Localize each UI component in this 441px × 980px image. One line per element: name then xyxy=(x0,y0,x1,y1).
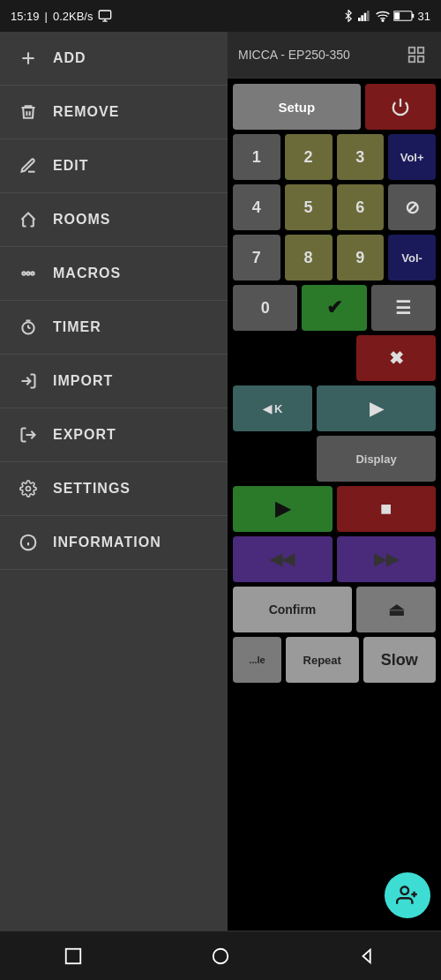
status-bar: 15:19 | 0.2KB/s xyxy=(0,0,441,32)
remote-menu-icon[interactable] xyxy=(402,41,430,69)
nav-square-button[interactable] xyxy=(56,939,91,974)
nav-back-button[interactable] xyxy=(350,939,385,974)
num0-button[interactable]: 0 xyxy=(233,285,297,331)
info-icon xyxy=(18,532,39,553)
sidebar-label-information: INFORMATION xyxy=(53,535,161,550)
signal-icon xyxy=(358,10,372,22)
export-icon xyxy=(18,424,39,445)
row-play-stop: ▶ ■ xyxy=(233,486,436,532)
stop-button[interactable]: ■ xyxy=(337,486,437,532)
sidebar-label-settings: SETTINGS xyxy=(53,481,131,497)
svg-point-36 xyxy=(400,886,408,894)
back-button[interactable]: ◀ K xyxy=(233,385,312,431)
num3-button[interactable]: 3 xyxy=(337,134,385,180)
num9-button[interactable]: 9 xyxy=(337,235,385,281)
confirm-button[interactable]: Confirm xyxy=(233,587,352,632)
sidebar-item-add[interactable]: ADD xyxy=(0,32,228,86)
status-left: 15:19 | 0.2KB/s xyxy=(11,9,112,23)
monitor-icon xyxy=(98,9,112,23)
play-teal-button[interactable]: ▶ xyxy=(317,385,436,431)
battery-label: 31 xyxy=(418,10,430,23)
remote-header: MICCA - EP250-350 xyxy=(228,32,441,79)
num8-button[interactable]: 8 xyxy=(285,235,333,281)
row-spacer-display: Display xyxy=(233,436,436,482)
sidebar-item-settings[interactable]: SETTINGS xyxy=(0,462,228,516)
svg-rect-4 xyxy=(361,15,363,21)
nav-circle-button[interactable] xyxy=(203,939,238,974)
wifi-icon xyxy=(376,10,390,22)
num4-button[interactable]: 4 xyxy=(233,184,280,230)
svg-rect-39 xyxy=(66,948,81,963)
plus-icon xyxy=(18,48,39,69)
num2-button[interactable]: 2 xyxy=(285,134,333,180)
rooms-icon xyxy=(18,209,39,230)
sidebar-item-timer[interactable]: TIMER xyxy=(0,301,228,355)
svg-rect-33 xyxy=(409,56,415,62)
play-button[interactable]: ▶ xyxy=(233,486,333,532)
remote-content: Setup 1 2 3 Vol+ 4 5 6 ⊘ xyxy=(228,79,441,931)
mute-button[interactable]: ⊘ xyxy=(388,184,436,230)
repeat-button[interactable]: Repeat xyxy=(286,637,359,683)
timer-icon xyxy=(18,317,39,338)
sidebar-item-export[interactable]: EXPORT xyxy=(0,408,228,462)
rewind-button[interactable]: ◀◀ xyxy=(233,536,333,582)
num7-button[interactable]: 7 xyxy=(233,235,280,281)
sidebar: ADD REMOVE EDIT xyxy=(0,32,228,931)
sidebar-item-remove[interactable]: REMOVE xyxy=(0,86,228,139)
svg-point-18 xyxy=(31,272,34,274)
svg-marker-41 xyxy=(363,949,370,962)
row-0-check-menu: 0 ✔ ☰ xyxy=(233,285,436,331)
menu-button[interactable]: ☰ xyxy=(371,285,436,331)
sidebar-label-import: IMPORT xyxy=(53,373,113,389)
row-confirm-eject: Confirm ⏏ xyxy=(233,587,436,632)
sidebar-item-macros[interactable]: MACROS xyxy=(0,247,228,301)
subtitle-button[interactable]: ...le xyxy=(233,637,281,683)
sidebar-item-rooms[interactable]: ROOMS xyxy=(0,193,228,247)
power-button[interactable] xyxy=(365,84,436,130)
edit-icon xyxy=(18,155,39,176)
sidebar-item-import[interactable]: IMPORT xyxy=(0,355,228,408)
num5-button[interactable]: 5 xyxy=(285,184,333,230)
spacer2 xyxy=(233,436,312,482)
close-button[interactable]: ✖ xyxy=(356,335,436,381)
back-arrow-icon xyxy=(358,946,377,966)
volplus-button[interactable]: Vol+ xyxy=(388,134,436,180)
volminus-button[interactable]: Vol- xyxy=(388,235,436,281)
spacer1 xyxy=(233,335,352,381)
battery-icon xyxy=(393,10,415,22)
ff-button[interactable]: ▶▶ xyxy=(337,536,437,582)
remote-title: MICCA - EP250-350 xyxy=(238,48,350,62)
slow-button[interactable]: Slow xyxy=(363,637,437,683)
eject-button[interactable]: ⏏ xyxy=(356,587,436,632)
network-speed-label: 0.2KB/s xyxy=(53,10,93,23)
settings-icon xyxy=(18,478,39,499)
num6-button[interactable]: 6 xyxy=(337,184,385,230)
sidebar-label-remove: REMOVE xyxy=(53,104,119,120)
network-speed: | xyxy=(45,10,48,23)
row-setup-power: Setup xyxy=(233,84,436,130)
svg-rect-31 xyxy=(409,48,415,53)
sidebar-item-information[interactable]: INFORMATION xyxy=(0,516,228,570)
svg-rect-9 xyxy=(412,14,414,19)
display-button[interactable]: Display xyxy=(317,436,436,482)
check-button[interactable]: ✔ xyxy=(302,285,366,331)
macros-icon xyxy=(18,263,39,284)
svg-rect-6 xyxy=(367,11,370,21)
num1-button[interactable]: 1 xyxy=(233,134,280,180)
time-label: 15:19 xyxy=(11,10,40,23)
row-empty-close: ✖ xyxy=(233,335,436,381)
sidebar-item-edit[interactable]: EDIT xyxy=(0,139,228,193)
remove-icon xyxy=(18,101,39,123)
svg-point-7 xyxy=(382,19,384,21)
square-icon xyxy=(64,946,83,966)
svg-rect-3 xyxy=(358,18,361,21)
row-7-8-9-volminus: 7 8 9 Vol- xyxy=(233,235,436,281)
sidebar-label-timer: TIMER xyxy=(53,319,101,335)
svg-point-27 xyxy=(26,487,31,491)
remote-panel: MICCA - EP250-350 Setup 1 xyxy=(228,32,441,931)
sidebar-label-add: ADD xyxy=(53,50,86,66)
circle-icon xyxy=(211,946,230,966)
fab-button[interactable] xyxy=(385,872,430,918)
setup-button[interactable]: Setup xyxy=(233,84,361,130)
svg-rect-0 xyxy=(100,11,111,19)
